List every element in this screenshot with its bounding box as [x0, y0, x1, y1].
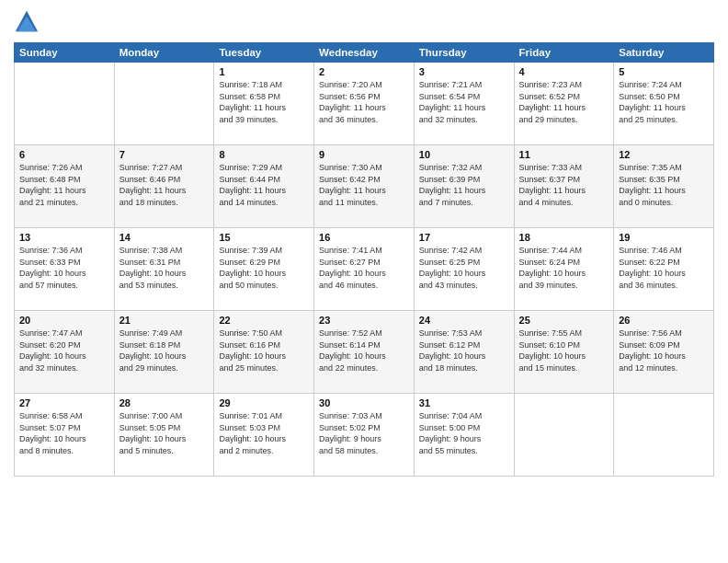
day-number: 7 — [119, 149, 210, 160]
calendar-header: SundayMondayTuesdayWednesdayThursdayFrid… — [15, 43, 714, 63]
calendar-cell: 31Sunrise: 7:04 AMSunset: 5:00 PMDayligh… — [414, 394, 514, 477]
day-number: 13 — [19, 232, 109, 243]
day-number: 22 — [219, 315, 309, 326]
day-detail: Sunrise: 7:41 AMSunset: 6:27 PMDaylight:… — [319, 245, 409, 291]
day-number: 24 — [419, 315, 509, 326]
day-number: 14 — [119, 232, 210, 243]
calendar-cell: 3Sunrise: 7:21 AMSunset: 6:54 PMDaylight… — [414, 63, 514, 145]
calendar-cell: 1Sunrise: 7:18 AMSunset: 6:58 PMDaylight… — [214, 63, 314, 145]
day-number: 11 — [519, 149, 609, 160]
day-number: 25 — [519, 315, 609, 326]
calendar-cell: 14Sunrise: 7:38 AMSunset: 6:31 PMDayligh… — [114, 228, 214, 311]
day-number: 17 — [419, 232, 509, 243]
weekday-header: Tuesday — [214, 43, 314, 63]
day-detail: Sunrise: 7:53 AMSunset: 6:12 PMDaylight:… — [419, 327, 509, 373]
day-detail: Sunrise: 6:58 AMSunset: 5:07 PMDaylight:… — [19, 410, 109, 456]
day-number: 3 — [419, 66, 509, 77]
weekday-header: Monday — [114, 43, 214, 63]
day-number: 18 — [519, 232, 609, 243]
day-number: 16 — [319, 232, 409, 243]
day-number: 1 — [219, 66, 309, 77]
day-number: 27 — [19, 397, 109, 408]
calendar-week-row: 6Sunrise: 7:26 AMSunset: 6:48 PMDaylight… — [15, 145, 714, 228]
day-number: 20 — [19, 315, 109, 326]
calendar-cell: 16Sunrise: 7:41 AMSunset: 6:27 PMDayligh… — [314, 228, 415, 311]
logo — [14, 9, 43, 35]
day-detail: Sunrise: 7:03 AMSunset: 5:02 PMDaylight:… — [319, 410, 409, 456]
day-detail: Sunrise: 7:21 AMSunset: 6:54 PMDaylight:… — [419, 79, 509, 125]
page: SundayMondayTuesdayWednesdayThursdayFrid… — [0, 0, 728, 490]
calendar-cell: 22Sunrise: 7:50 AMSunset: 6:16 PMDayligh… — [214, 311, 314, 394]
day-detail: Sunrise: 7:32 AMSunset: 6:39 PMDaylight:… — [419, 162, 509, 208]
calendar-body: 1Sunrise: 7:18 AMSunset: 6:58 PMDaylight… — [15, 63, 714, 477]
day-number: 23 — [319, 315, 409, 326]
calendar-cell — [614, 394, 714, 477]
calendar-cell: 6Sunrise: 7:26 AMSunset: 6:48 PMDaylight… — [15, 145, 115, 228]
day-detail: Sunrise: 7:44 AMSunset: 6:24 PMDaylight:… — [519, 245, 609, 291]
day-number: 4 — [519, 66, 609, 77]
day-detail: Sunrise: 7:27 AMSunset: 6:46 PMDaylight:… — [119, 162, 210, 208]
day-detail: Sunrise: 7:04 AMSunset: 5:00 PMDaylight:… — [419, 410, 509, 456]
header — [14, 9, 714, 35]
day-number: 31 — [419, 397, 509, 408]
day-detail: Sunrise: 7:49 AMSunset: 6:18 PMDaylight:… — [119, 327, 210, 373]
calendar-cell: 21Sunrise: 7:49 AMSunset: 6:18 PMDayligh… — [114, 311, 214, 394]
calendar-cell: 25Sunrise: 7:55 AMSunset: 6:10 PMDayligh… — [514, 311, 614, 394]
calendar-week-row: 20Sunrise: 7:47 AMSunset: 6:20 PMDayligh… — [15, 311, 714, 394]
day-detail: Sunrise: 7:24 AMSunset: 6:50 PMDaylight:… — [619, 79, 709, 125]
day-detail: Sunrise: 7:50 AMSunset: 6:16 PMDaylight:… — [219, 327, 309, 373]
day-detail: Sunrise: 7:33 AMSunset: 6:37 PMDaylight:… — [519, 162, 609, 208]
calendar-week-row: 13Sunrise: 7:36 AMSunset: 6:33 PMDayligh… — [15, 228, 714, 311]
calendar-cell: 23Sunrise: 7:52 AMSunset: 6:14 PMDayligh… — [314, 311, 415, 394]
calendar-cell: 4Sunrise: 7:23 AMSunset: 6:52 PMDaylight… — [514, 63, 614, 145]
day-detail: Sunrise: 7:56 AMSunset: 6:09 PMDaylight:… — [619, 327, 709, 373]
calendar-cell: 7Sunrise: 7:27 AMSunset: 6:46 PMDaylight… — [114, 145, 214, 228]
calendar-cell — [114, 63, 214, 145]
day-number: 10 — [419, 149, 509, 160]
day-number: 19 — [619, 232, 709, 243]
calendar-cell: 18Sunrise: 7:44 AMSunset: 6:24 PMDayligh… — [514, 228, 614, 311]
calendar-cell: 12Sunrise: 7:35 AMSunset: 6:35 PMDayligh… — [614, 145, 714, 228]
day-detail: Sunrise: 7:20 AMSunset: 6:56 PMDaylight:… — [319, 79, 409, 125]
day-detail: Sunrise: 7:39 AMSunset: 6:29 PMDaylight:… — [219, 245, 309, 291]
day-number: 21 — [119, 315, 210, 326]
day-number: 26 — [619, 315, 709, 326]
calendar-cell: 13Sunrise: 7:36 AMSunset: 6:33 PMDayligh… — [15, 228, 115, 311]
day-detail: Sunrise: 7:38 AMSunset: 6:31 PMDaylight:… — [119, 245, 210, 291]
calendar-cell: 9Sunrise: 7:30 AMSunset: 6:42 PMDaylight… — [314, 145, 415, 228]
calendar-cell: 24Sunrise: 7:53 AMSunset: 6:12 PMDayligh… — [414, 311, 514, 394]
calendar-cell: 17Sunrise: 7:42 AMSunset: 6:25 PMDayligh… — [414, 228, 514, 311]
day-number: 2 — [319, 66, 409, 77]
day-number: 30 — [319, 397, 409, 408]
day-number: 28 — [119, 397, 210, 408]
calendar-cell: 30Sunrise: 7:03 AMSunset: 5:02 PMDayligh… — [314, 394, 415, 477]
calendar-cell: 5Sunrise: 7:24 AMSunset: 6:50 PMDaylight… — [614, 63, 714, 145]
day-number: 8 — [219, 149, 309, 160]
header-row: SundayMondayTuesdayWednesdayThursdayFrid… — [15, 43, 714, 63]
calendar-cell — [514, 394, 614, 477]
weekday-header: Thursday — [414, 43, 514, 63]
calendar-cell: 28Sunrise: 7:00 AMSunset: 5:05 PMDayligh… — [114, 394, 214, 477]
day-detail: Sunrise: 7:00 AMSunset: 5:05 PMDaylight:… — [119, 410, 210, 456]
day-detail: Sunrise: 7:18 AMSunset: 6:58 PMDaylight:… — [219, 79, 309, 125]
day-number: 9 — [319, 149, 409, 160]
day-number: 6 — [19, 149, 109, 160]
day-detail: Sunrise: 7:35 AMSunset: 6:35 PMDaylight:… — [619, 162, 709, 208]
calendar-cell — [15, 63, 115, 145]
day-detail: Sunrise: 7:55 AMSunset: 6:10 PMDaylight:… — [519, 327, 609, 373]
day-number: 15 — [219, 232, 309, 243]
day-detail: Sunrise: 7:30 AMSunset: 6:42 PMDaylight:… — [319, 162, 409, 208]
calendar-cell: 15Sunrise: 7:39 AMSunset: 6:29 PMDayligh… — [214, 228, 314, 311]
weekday-header: Friday — [514, 43, 614, 63]
calendar-cell: 26Sunrise: 7:56 AMSunset: 6:09 PMDayligh… — [614, 311, 714, 394]
day-detail: Sunrise: 7:52 AMSunset: 6:14 PMDaylight:… — [319, 327, 409, 373]
calendar-cell: 8Sunrise: 7:29 AMSunset: 6:44 PMDaylight… — [214, 145, 314, 228]
day-detail: Sunrise: 7:47 AMSunset: 6:20 PMDaylight:… — [19, 327, 109, 373]
calendar-cell: 27Sunrise: 6:58 AMSunset: 5:07 PMDayligh… — [15, 394, 115, 477]
weekday-header: Saturday — [614, 43, 714, 63]
weekday-header: Wednesday — [314, 43, 415, 63]
calendar-cell: 11Sunrise: 7:33 AMSunset: 6:37 PMDayligh… — [514, 145, 614, 228]
calendar-week-row: 27Sunrise: 6:58 AMSunset: 5:07 PMDayligh… — [15, 394, 714, 477]
day-detail: Sunrise: 7:01 AMSunset: 5:03 PMDaylight:… — [219, 410, 309, 456]
day-number: 29 — [219, 397, 309, 408]
